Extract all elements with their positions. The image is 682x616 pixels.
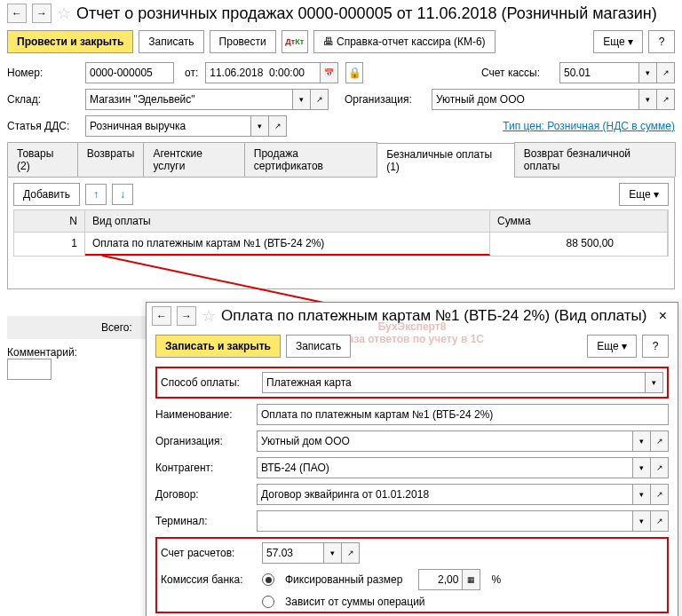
tab-goods[interactable]: Товары (2): [7, 142, 78, 177]
tab-returns[interactable]: Возвраты: [77, 142, 145, 177]
warehouse-input[interactable]: [85, 89, 293, 110]
tab-agent[interactable]: Агентские услуги: [143, 142, 244, 177]
from-label: от:: [185, 67, 198, 79]
dropdown-icon[interactable]: ▾: [251, 115, 269, 137]
close-icon[interactable]: ×: [654, 306, 672, 326]
dialog-nav-back[interactable]: ←: [152, 306, 171, 326]
number-label: Номер:: [7, 67, 78, 79]
date-input[interactable]: [205, 62, 321, 83]
star-icon[interactable]: ☆: [57, 4, 71, 23]
help-button[interactable]: ?: [648, 30, 675, 53]
account-label: Счет кассы:: [481, 67, 552, 79]
nav-back[interactable]: ←: [7, 4, 27, 23]
method-input[interactable]: [262, 372, 646, 383]
account-input[interactable]: [559, 62, 639, 83]
dropdown-icon[interactable]: ▾: [646, 372, 663, 383]
print-icon: 🖶: [323, 36, 334, 48]
add-button[interactable]: Добавить: [13, 183, 80, 206]
dt-kt-button[interactable]: ДтКт: [282, 30, 308, 53]
calendar-icon[interactable]: 📅: [321, 62, 338, 83]
page-title: Отчет о розничных продажах 0000-000005 о…: [76, 4, 657, 23]
open-icon[interactable]: ↗: [657, 89, 675, 110]
warehouse-label: Склад:: [7, 93, 78, 106]
table-more-button[interactable]: Еще ▾: [619, 183, 669, 206]
col-header-n: N: [14, 210, 85, 232]
cell-sum: 88 500,00: [490, 233, 668, 256]
comment-input[interactable]: [7, 359, 52, 380]
price-type-link[interactable]: Тип цен: Розничная (НДС в сумме): [503, 120, 675, 132]
method-label: Способ оплаты:: [161, 376, 255, 383]
open-icon[interactable]: ↗: [657, 62, 675, 83]
post-button[interactable]: Провести: [210, 30, 276, 53]
col-header-sum: Сумма: [490, 210, 668, 232]
tab-cashless[interactable]: Безналичные оплаты (1): [377, 143, 515, 178]
org-input[interactable]: [432, 89, 639, 110]
open-icon[interactable]: ↗: [269, 115, 287, 137]
dialog-title: Оплата по платежным картам №1 (ВТБ-24 2%…: [221, 307, 646, 325]
dialog-help-button[interactable]: ?: [642, 335, 669, 358]
dropdown-icon[interactable]: ▾: [639, 89, 657, 110]
dds-label: Статья ДДС:: [7, 120, 78, 132]
table-row[interactable]: 1 Оплата по платежным картам №1 (ВТБ-24 …: [13, 233, 669, 257]
tab-cashless-return[interactable]: Возврат безналичной оплаты: [514, 142, 676, 177]
tab-certificates[interactable]: Продажа сертификатов: [244, 142, 377, 177]
nav-forward[interactable]: →: [32, 4, 52, 23]
post-close-button[interactable]: Провести и закрыть: [7, 30, 133, 53]
report-button[interactable]: 🖶 Справка-отчет кассира (КМ-6): [313, 30, 496, 53]
open-icon[interactable]: ↗: [311, 89, 329, 110]
save-button[interactable]: Записать: [139, 30, 203, 53]
org-label: Организация:: [345, 93, 424, 106]
dialog-more-button[interactable]: Еще ▾: [587, 335, 637, 358]
locked-icon[interactable]: 🔒: [345, 62, 363, 83]
number-input[interactable]: [85, 62, 174, 83]
comment-label: Комментарий:: [7, 346, 87, 359]
cell-n: 1: [14, 233, 85, 256]
col-header-type: Вид оплаты: [85, 210, 490, 232]
dialog-star-icon[interactable]: ☆: [202, 306, 216, 326]
move-down-button[interactable]: ↓: [112, 184, 133, 205]
dropdown-icon[interactable]: ▾: [639, 62, 657, 83]
total-label: Всего:: [101, 321, 132, 334]
dds-input[interactable]: [85, 115, 251, 137]
dialog-nav-forward[interactable]: →: [177, 306, 196, 326]
payment-type-dialog: ← → ☆ Оплата по платежным картам №1 (ВТБ…: [146, 302, 678, 383]
more-button[interactable]: Еще ▾: [593, 30, 643, 53]
move-up-button[interactable]: ↑: [85, 184, 107, 205]
dialog-save-close-button[interactable]: Записать и закрыть: [155, 335, 281, 358]
cell-type: Оплата по платежным картам №1 (ВТБ-24 2%…: [85, 233, 490, 256]
dialog-save-button[interactable]: Записать: [286, 335, 351, 358]
dropdown-icon[interactable]: ▾: [293, 89, 311, 110]
